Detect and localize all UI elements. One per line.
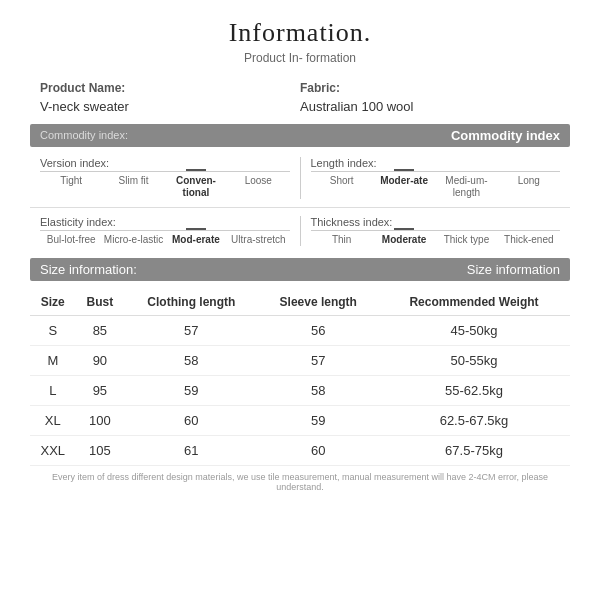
thickness-option-2: Thick type — [435, 234, 497, 246]
elasticity-index-title: Elasticity index: — [40, 216, 290, 228]
col-sleeve-length: Sleeve length — [258, 289, 378, 316]
version-option-1: Slim fit — [102, 175, 164, 199]
length-options: Short Moder-ate Medi-um-length Long — [311, 175, 561, 199]
elasticity-option-1: Micro-e-lastic — [102, 234, 164, 246]
cell-sleeve-length-0: 56 — [258, 315, 378, 345]
length-option-3: Long — [498, 175, 560, 199]
version-option-3: Loose — [227, 175, 289, 199]
cell-weight-1: 50-55kg — [378, 345, 570, 375]
footer-note: Every item of dress different design mat… — [30, 472, 570, 492]
elasticity-options: Bul-lot-free Micro-e-lastic Mod-erate Ul… — [40, 234, 290, 246]
version-index-title: Version index: — [40, 157, 290, 169]
cell-sleeve-length-4: 60 — [258, 435, 378, 465]
length-option-2: Medi-um-length — [435, 175, 497, 199]
cell-bust-0: 85 — [76, 315, 125, 345]
commodity-right-label: Commodity index — [451, 128, 560, 143]
thickness-index-title: Thickness index: — [311, 216, 561, 228]
size-table-header-row: Size Bust Clothing length Sleeve length … — [30, 289, 570, 316]
cell-weight-0: 45-50kg — [378, 315, 570, 345]
cell-bust-4: 105 — [76, 435, 125, 465]
cell-clothing-length-1: 58 — [124, 345, 258, 375]
cell-size-4: XXL — [30, 435, 76, 465]
commodity-left-label: Commodity index: — [40, 129, 128, 141]
length-option-0: Short — [311, 175, 373, 199]
header-title: Information. — [30, 18, 570, 48]
elasticity-option-2: Mod-erate — [165, 234, 227, 246]
size-table-row: XL 100 60 59 62.5-67.5kg — [30, 405, 570, 435]
cell-clothing-length-4: 61 — [124, 435, 258, 465]
version-length-grid: Version index: Tight Slim fit Conven-tio… — [30, 157, 570, 199]
version-options: Tight Slim fit Conven-tional Loose — [40, 175, 290, 199]
thickness-option-3: Thick-ened — [498, 234, 560, 246]
cell-bust-1: 90 — [76, 345, 125, 375]
size-table-row: M 90 58 57 50-55kg — [30, 345, 570, 375]
product-info: Product Name: V-neck sweater Fabric: Aus… — [30, 81, 570, 114]
cell-sleeve-length-1: 57 — [258, 345, 378, 375]
cell-weight-2: 55-62.5kg — [378, 375, 570, 405]
cell-clothing-length-2: 59 — [124, 375, 258, 405]
cell-bust-2: 95 — [76, 375, 125, 405]
thickness-index-block: Thickness index: Thin Moderate Thick typ… — [306, 216, 566, 246]
cell-size-0: S — [30, 315, 76, 345]
length-option-1: Moder-ate — [373, 175, 435, 199]
elasticity-option-3: Ultra-stretch — [227, 234, 289, 246]
cell-sleeve-length-2: 58 — [258, 375, 378, 405]
thickness-option-1: Moderate — [373, 234, 435, 246]
size-table: Size Bust Clothing length Sleeve length … — [30, 289, 570, 466]
version-index-block: Version index: Tight Slim fit Conven-tio… — [35, 157, 295, 199]
col-bust: Bust — [76, 289, 125, 316]
thickness-options: Thin Moderate Thick type Thick-ened — [311, 234, 561, 246]
col-size: Size — [30, 289, 76, 316]
cell-size-2: L — [30, 375, 76, 405]
size-section-header: Size information: Size information — [30, 258, 570, 281]
version-option-0: Tight — [40, 175, 102, 199]
thickness-option-0: Thin — [311, 234, 373, 246]
fabric-block: Fabric: Australian 100 wool — [300, 81, 560, 114]
length-index-title: Length index: — [311, 157, 561, 169]
fabric-label: Fabric: — [300, 81, 560, 95]
size-table-row: S 85 57 56 45-50kg — [30, 315, 570, 345]
length-index-block: Length index: Short Moder-ate Medi-um-le… — [306, 157, 566, 199]
cell-weight-3: 62.5-67.5kg — [378, 405, 570, 435]
size-table-row: L 95 59 58 55-62.5kg — [30, 375, 570, 405]
cell-clothing-length-0: 57 — [124, 315, 258, 345]
product-name-value: V-neck sweater — [40, 99, 300, 114]
cell-weight-4: 67.5-75kg — [378, 435, 570, 465]
size-table-row: XXL 105 61 60 67.5-75kg — [30, 435, 570, 465]
version-option-2: Conven-tional — [165, 175, 227, 199]
page: Information. Product In- formation Produ… — [0, 0, 600, 600]
cell-bust-3: 100 — [76, 405, 125, 435]
cell-clothing-length-3: 60 — [124, 405, 258, 435]
commodity-section-header: Commodity index: Commodity index — [30, 124, 570, 147]
cell-sleeve-length-3: 59 — [258, 405, 378, 435]
elasticity-index-block: Elasticity index: Bul-lot-free Micro-e-l… — [35, 216, 295, 246]
size-left-label: Size information: — [40, 262, 137, 277]
product-name-block: Product Name: V-neck sweater — [40, 81, 300, 114]
header-subtitle: Product In- formation — [30, 50, 570, 67]
size-right-label: Size information — [467, 262, 560, 277]
elasticity-option-0: Bul-lot-free — [40, 234, 102, 246]
cell-size-1: M — [30, 345, 76, 375]
fabric-value: Australian 100 wool — [300, 99, 560, 114]
elasticity-thickness-grid: Elasticity index: Bul-lot-free Micro-e-l… — [30, 216, 570, 246]
col-recommended-weight: Recommended Weight — [378, 289, 570, 316]
cell-size-3: XL — [30, 405, 76, 435]
product-name-label: Product Name: — [40, 81, 300, 95]
col-clothing-length: Clothing length — [124, 289, 258, 316]
